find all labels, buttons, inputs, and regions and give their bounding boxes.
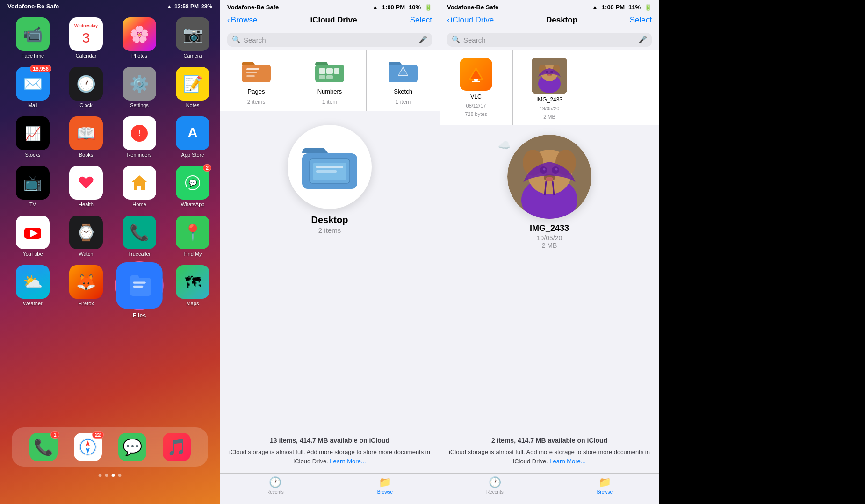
app-label-tv: TV	[29, 202, 36, 207]
app-maps[interactable]: 🗺 Maps	[169, 265, 216, 315]
app-notes[interactable]: 📝 Notes	[169, 67, 216, 108]
app-mail[interactable]: ✉️ 18,956 Mail	[9, 67, 56, 108]
file-vlc[interactable]: VLC 08/12/17 728 bytes	[440, 50, 512, 125]
tab-recents[interactable]: 🕐 Recents	[267, 476, 284, 495]
svg-rect-20	[334, 68, 339, 74]
folder-numbers[interactable]: Numbers 1 item	[293, 50, 366, 111]
desktop-recents-label: Recents	[486, 490, 504, 495]
microphone-icon[interactable]: 🎤	[418, 36, 427, 44]
icloud-search-field[interactable]: 🔍 Search 🎤	[227, 33, 432, 47]
desktop-tab-recents[interactable]: 🕐 Recents	[486, 476, 504, 495]
app-camera[interactable]: 📷 Camera	[169, 17, 216, 58]
dock: 📞 1 22 💬 🎵	[12, 427, 208, 467]
app-books[interactable]: 📖 Books	[63, 116, 109, 158]
selected-file-name: IMG_2433	[530, 223, 569, 233]
svg-rect-21	[319, 75, 325, 79]
phone-badge: 1	[50, 431, 59, 439]
app-label-findmy: Find My	[183, 251, 202, 257]
app-appstore[interactable]: A App Store	[169, 116, 216, 158]
desktop-folder-circle[interactable]	[288, 125, 372, 209]
icloud-footer: 13 items, 414.7 MB available on iCloud i…	[220, 428, 440, 473]
svg-rect-18	[319, 68, 325, 74]
icloud-search-placeholder: Search	[244, 36, 266, 44]
app-photos[interactable]: 🌸 Photos	[116, 17, 163, 58]
app-settings[interactable]: ⚙️ Settings	[116, 67, 163, 108]
app-facetime[interactable]: 📹 FaceTime	[9, 17, 56, 58]
app-stocks[interactable]: 📈 Stocks	[9, 116, 56, 158]
desktop-tab-browse[interactable]: 📁 Browse	[597, 476, 613, 495]
icloud-carrier: Vodafone-Be Safe	[227, 4, 279, 11]
app-home[interactable]: Home	[116, 166, 163, 207]
select-button[interactable]: Select	[410, 15, 432, 25]
svg-rect-8	[133, 286, 143, 288]
page-dots	[99, 474, 122, 477]
desktop-microphone-icon[interactable]: 🎤	[638, 36, 647, 44]
app-files[interactable]: Files	[113, 261, 166, 318]
vlc-icon	[460, 58, 492, 91]
icloud-search-container: 🔍 Search 🎤	[220, 29, 440, 50]
app-weather[interactable]: ⛅ Weather	[9, 265, 56, 315]
dock-messages[interactable]: 💬	[118, 433, 146, 461]
desktop-select-button[interactable]: Select	[630, 15, 652, 25]
app-findmy[interactable]: 📍 Find My	[169, 216, 216, 257]
app-watch[interactable]: ⌚ Watch	[63, 216, 109, 257]
cloud-sync-icon: ☁️	[498, 139, 511, 151]
svg-rect-7	[133, 282, 146, 284]
app-label-camera: Camera	[183, 53, 202, 58]
back-button[interactable]: ‹ Browse	[227, 15, 257, 25]
app-firefox[interactable]: 🦊 Firefox	[63, 265, 109, 315]
vlc-file-size: 728 bytes	[465, 111, 487, 117]
vlc-file-date: 08/12/17	[466, 103, 486, 108]
app-label-maps: Maps	[187, 301, 199, 306]
learn-more-link[interactable]: Learn More...	[330, 458, 366, 465]
svg-rect-19	[326, 68, 333, 74]
recents-label: Recents	[267, 490, 284, 495]
dock-phone[interactable]: 📞 1	[29, 433, 58, 461]
icloud-wifi-icon: ▲	[372, 4, 378, 11]
svg-rect-22	[326, 75, 333, 79]
app-label-books: Books	[79, 152, 94, 158]
app-label-calendar: Calendar	[76, 53, 97, 58]
app-whatsapp[interactable]: 💬 2 WhatsApp	[169, 166, 216, 207]
desktop-nav-title: Desktop	[546, 15, 577, 25]
dock-music[interactable]: 🎵	[163, 433, 191, 461]
img2433-selected-circle[interactable]	[507, 135, 591, 219]
desktop-browse-icon: 📁	[598, 476, 611, 489]
app-tv[interactable]: 📺 TV	[9, 166, 56, 207]
app-truecaller[interactable]: 📞 Truecaller	[116, 216, 163, 257]
app-label-reminders: Reminders	[127, 152, 151, 158]
svg-text:💬: 💬	[189, 179, 197, 187]
app-clock[interactable]: 🕐 Clock	[63, 67, 109, 108]
remaining-space	[659, 0, 865, 504]
tab-browse[interactable]: 📁 Browse	[377, 476, 393, 495]
numbers-folder-icon	[313, 58, 346, 84]
desktop-wifi-icon: ▲	[592, 4, 598, 11]
app-reminders[interactable]: ! Reminders	[116, 116, 163, 158]
app-label-appstore: App Store	[181, 152, 204, 158]
desktop-time: 1:00 PM	[602, 4, 625, 11]
time-label: 12:58 PM	[174, 3, 199, 10]
app-health[interactable]: Health	[63, 166, 109, 207]
pages-folder-icon	[240, 58, 273, 84]
folder-pages[interactable]: Pages 2 items	[220, 50, 293, 111]
selected-file-size: 2 MB	[542, 242, 557, 249]
icloud-tab-bar: 🕐 Recents 📁 Browse	[220, 473, 440, 504]
vlc-file-name: VLC	[470, 94, 481, 100]
dock-safari[interactable]: 22	[74, 433, 102, 461]
dot-4	[118, 474, 122, 477]
app-youtube[interactable]: YouTube	[9, 216, 56, 257]
desktop-search-field[interactable]: 🔍 Search 🎤	[447, 33, 652, 47]
safari-badge: 22	[92, 431, 103, 439]
desktop-learn-more-link[interactable]: Learn More...	[549, 458, 585, 465]
folder-sketch[interactable]: Sketch 1 item	[367, 50, 440, 111]
svg-rect-34	[474, 79, 478, 81]
app-calendar[interactable]: Wednesday 3 Calendar	[63, 17, 109, 58]
svg-rect-15	[246, 72, 257, 73]
numbers-folder-name: Numbers	[317, 88, 342, 95]
app-label-truecaller: Truecaller	[128, 251, 151, 257]
desktop-back-button[interactable]: ‹ iCloud Drive	[447, 15, 494, 25]
recents-icon: 🕐	[269, 476, 281, 489]
img2433-file-date: 19/05/20	[540, 106, 560, 111]
icloud-battery-icon: 🔋	[425, 4, 432, 11]
file-img2433[interactable]: IMG_2433 19/05/20 2 MB	[513, 50, 586, 125]
